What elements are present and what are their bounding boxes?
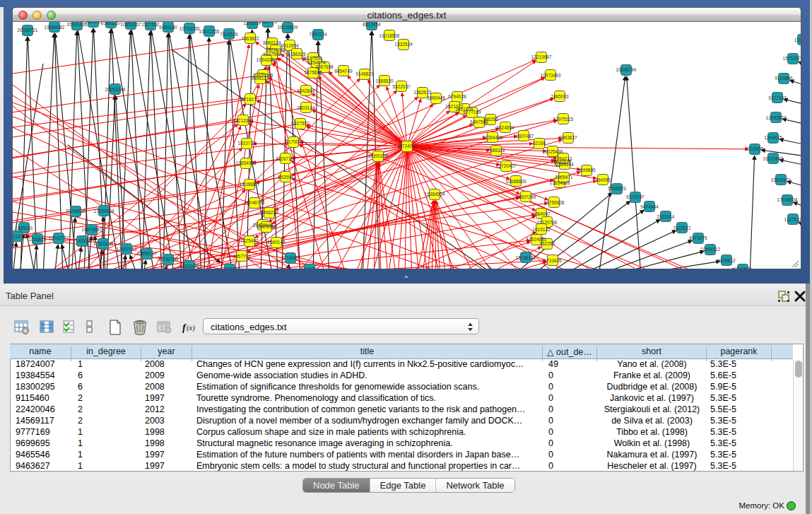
svg-text:15720407: 15720407 (496, 163, 517, 168)
svg-text:9227342: 9227342 (768, 95, 787, 100)
svg-text:18300295: 18300295 (368, 153, 389, 158)
svg-text:19218506: 19218506 (379, 33, 400, 38)
svg-text:553594: 553594 (278, 175, 293, 180)
svg-text:12923463: 12923463 (220, 267, 240, 269)
svg-text:21364436: 21364436 (483, 135, 503, 140)
svg-text:(x): (x) (187, 324, 195, 332)
svg-text:2718170: 2718170 (241, 97, 259, 102)
svg-text:10973493: 10973493 (541, 73, 561, 78)
svg-text:1810733: 1810733 (237, 141, 256, 146)
svg-text:16671355: 16671355 (199, 29, 220, 34)
svg-text:1835051: 1835051 (15, 226, 33, 230)
svg-text:17016504: 17016504 (777, 197, 798, 202)
svg-text:3911471: 3911471 (13, 234, 26, 239)
svg-text:1167533: 1167533 (784, 217, 801, 222)
svg-text:7663822: 7663822 (241, 36, 259, 41)
svg-text:2803144: 2803144 (297, 105, 315, 110)
svg-text:19654983: 19654983 (236, 160, 257, 165)
svg-text:12242757: 12242757 (49, 235, 69, 240)
svg-text:9463627: 9463627 (559, 135, 577, 140)
svg-text:9242848: 9242848 (297, 88, 315, 93)
svg-text:12323448: 12323448 (180, 264, 200, 269)
svg-text:16409949: 16409949 (257, 224, 277, 229)
svg-text:16782759: 16782759 (158, 257, 179, 262)
svg-text:10756928: 10756928 (544, 200, 565, 205)
svg-text:1332524: 1332524 (394, 42, 413, 47)
svg-text:164095: 164095 (595, 177, 611, 182)
svg-text:8427552: 8427552 (291, 121, 310, 126)
svg-text:252254: 252254 (539, 241, 555, 246)
svg-text:62160: 62160 (533, 141, 546, 146)
svg-text:2089773: 2089773 (259, 22, 277, 24)
svg-text:1264213: 1264213 (554, 156, 572, 161)
svg-text:6466160: 6466160 (159, 25, 177, 30)
svg-text:18724007: 18724007 (397, 144, 418, 148)
svg-text:1527602: 1527602 (141, 22, 160, 27)
svg-text:1615132: 1615132 (532, 227, 551, 232)
svg-text:1489913: 1489913 (84, 22, 102, 24)
svg-text:10653267: 10653267 (121, 22, 141, 27)
svg-text:1145192: 1145192 (73, 238, 91, 243)
svg-text:8813054: 8813054 (363, 22, 381, 27)
svg-text:9699695: 9699695 (577, 168, 596, 173)
svg-text:12213967: 12213967 (531, 54, 552, 59)
svg-text:12975115: 12975115 (553, 117, 574, 122)
svg-text:16033809: 16033809 (278, 25, 298, 30)
svg-text:18607249: 18607249 (516, 194, 536, 199)
svg-text:5938923: 5938923 (608, 186, 626, 191)
svg-text:1244415: 1244415 (764, 135, 782, 140)
svg-text:5716485: 5716485 (281, 255, 300, 260)
svg-text:1733426: 1733426 (543, 258, 562, 263)
svg-text:16648784: 16648784 (616, 67, 637, 72)
svg-text:19166827: 19166827 (240, 182, 260, 187)
svg-text:9777169: 9777169 (463, 110, 481, 115)
svg-text:8186328: 8186328 (288, 52, 306, 57)
svg-text:6794028: 6794028 (448, 94, 466, 99)
svg-text:10807487: 10807487 (514, 134, 534, 139)
svg-text:15692971: 15692971 (771, 177, 792, 182)
svg-text:9146821: 9146821 (355, 71, 374, 76)
svg-text:20206535: 20206535 (66, 209, 86, 214)
svg-text:17957253: 17957253 (117, 247, 137, 252)
svg-text:12505135: 12505135 (93, 241, 114, 246)
svg-text:217006: 217006 (286, 139, 301, 144)
svg-text:2367608: 2367608 (315, 64, 334, 69)
svg-text:7632621: 7632621 (673, 226, 691, 230)
svg-text:10025438: 10025438 (543, 149, 563, 154)
svg-text:9474444: 9474444 (640, 204, 659, 209)
svg-text:12093822: 12093822 (766, 115, 787, 120)
svg-text:16046786: 16046786 (245, 200, 265, 205)
svg-text:19884082: 19884082 (45, 25, 65, 30)
svg-text:9127509: 9127509 (263, 52, 281, 57)
svg-text:9715460: 9715460 (300, 267, 319, 269)
svg-text:10975887: 10975887 (82, 227, 102, 232)
svg-text:2935114: 2935114 (657, 214, 675, 219)
svg-text:8471676: 8471676 (689, 235, 707, 240)
svg-text:3215958: 3215958 (746, 146, 764, 151)
svg-text:13267110: 13267110 (276, 156, 296, 161)
svg-text:10688609: 10688609 (506, 179, 526, 184)
svg-text:9896123: 9896123 (251, 76, 269, 81)
svg-text:1965471: 1965471 (555, 175, 573, 180)
svg-text:10543362: 10543362 (257, 57, 277, 62)
svg-text:1362615: 1362615 (413, 90, 432, 95)
svg-text:1112843: 1112843 (794, 37, 801, 42)
svg-text:7515526: 7515526 (220, 32, 238, 37)
svg-text:7625402: 7625402 (240, 238, 259, 243)
svg-text:20055721: 20055721 (18, 28, 38, 33)
svg-text:7485003: 7485003 (551, 94, 569, 99)
svg-text:17359934: 17359934 (94, 209, 114, 214)
svg-text:9245612: 9245612 (717, 258, 736, 263)
svg-text:5322037: 5322037 (392, 84, 411, 89)
svg-text:8454749: 8454749 (334, 69, 353, 74)
svg-text:9084067: 9084067 (532, 211, 551, 216)
svg-text:8990448: 8990448 (427, 95, 445, 100)
svg-text:9241579: 9241579 (734, 267, 752, 269)
svg-text:9129966: 9129966 (775, 76, 793, 81)
svg-text:20053346: 20053346 (105, 87, 126, 92)
svg-text:3624554: 3624554 (496, 125, 514, 130)
svg-text:1588520: 1588520 (375, 78, 394, 83)
svg-text:8660124: 8660124 (263, 40, 281, 45)
svg-text:10953257: 10953257 (101, 22, 122, 25)
svg-text:10719155: 10719155 (180, 26, 200, 31)
